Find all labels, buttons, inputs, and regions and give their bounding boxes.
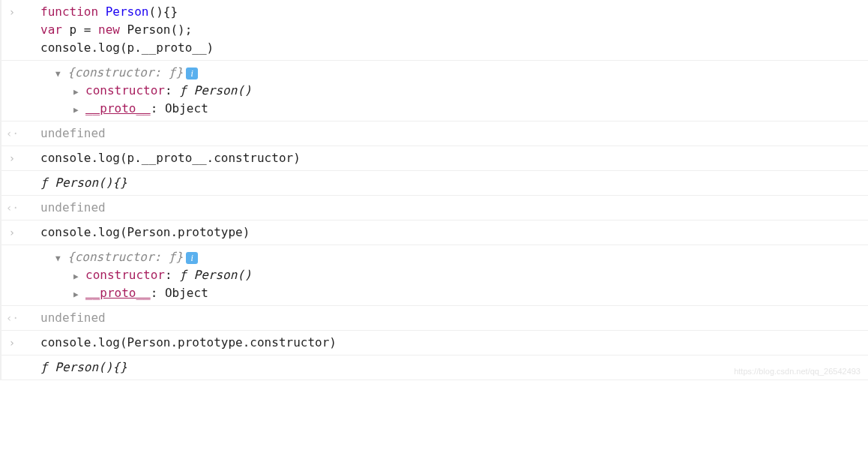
return-value: undefined bbox=[22, 199, 868, 217]
code-token: p = bbox=[62, 22, 98, 37]
code-line[interactable]: console.log(Person.prototype.constructor… bbox=[22, 334, 868, 352]
info-badge-icon[interactable]: i bbox=[186, 252, 198, 264]
info-badge-icon[interactable]: i bbox=[186, 68, 198, 80]
code-token: (){} bbox=[149, 4, 178, 19]
code-token: constructor bbox=[85, 268, 165, 282]
return-gutter-icon: ‹· bbox=[6, 200, 18, 216]
disclosure-open-icon[interactable]: ▼ bbox=[55, 253, 64, 266]
code-token: console.log(Person.prototype.constructor… bbox=[40, 335, 337, 350]
code-token: function bbox=[40, 4, 98, 19]
input-gutter-icon: › bbox=[6, 151, 18, 166]
watermark-text: https://blog.csdn.net/qq_26542493 bbox=[734, 365, 861, 378]
code-token: ƒ Person(){} bbox=[40, 176, 127, 190]
console-input-row: ›console.log(p.__proto__.constructor) bbox=[1, 146, 868, 171]
console-input-row: ›function Person(){}var p = new Person()… bbox=[1, 0, 868, 61]
console-return-row: ‹·undefined bbox=[1, 306, 868, 331]
disclosure-closed-icon[interactable]: ▶ bbox=[73, 271, 82, 284]
object-property[interactable]: ▶__proto__: Object bbox=[22, 100, 868, 118]
input-gutter-icon: › bbox=[6, 225, 18, 241]
code-token: var bbox=[40, 22, 62, 37]
console-return-row: ‹·undefined bbox=[1, 196, 868, 220]
code-token: ƒ Person(){} bbox=[40, 360, 127, 374]
code-line[interactable]: var p = new Person(); bbox=[22, 21, 868, 39]
disclosure-closed-icon[interactable]: ▶ bbox=[73, 289, 82, 302]
object-summary[interactable]: ▼{constructor: ƒ}i bbox=[22, 64, 868, 82]
code-line[interactable]: function Person(){} bbox=[22, 3, 868, 21]
code-token: : bbox=[165, 268, 179, 282]
return-value: undefined bbox=[22, 309, 868, 327]
disclosure-open-icon[interactable]: ▼ bbox=[55, 68, 64, 81]
console-output-row: ▼{constructor: ƒ}i▶constructor: ƒ Person… bbox=[1, 245, 868, 306]
object-summary[interactable]: ▼{constructor: ƒ}i bbox=[22, 248, 868, 266]
code-token: Person(); bbox=[120, 22, 192, 37]
code-token: ƒ Person() bbox=[179, 268, 251, 282]
code-token: console.log(p.__proto__) bbox=[40, 40, 214, 55]
code-token: : Object bbox=[151, 101, 208, 116]
code-token: console.log(p.__proto__.constructor) bbox=[40, 151, 301, 165]
console-output-row: ƒ Person(){} bbox=[1, 171, 868, 196]
code-token: __proto__ bbox=[85, 101, 151, 116]
console-input-row: ›console.log(Person.prototype) bbox=[1, 220, 868, 245]
code-token: Person bbox=[106, 4, 149, 19]
code-token: __proto__ bbox=[85, 286, 151, 300]
console-input-row: ›console.log(Person.prototype.constructo… bbox=[1, 331, 868, 356]
console-return-row: ‹·undefined bbox=[1, 122, 868, 146]
code-token: ƒ Person() bbox=[179, 83, 251, 98]
code-line[interactable]: console.log(Person.prototype) bbox=[22, 224, 868, 242]
code-token: : bbox=[165, 83, 179, 98]
output-value[interactable]: ƒ Person(){} bbox=[22, 174, 868, 192]
object-property[interactable]: ▶constructor: ƒ Person() bbox=[22, 266, 868, 284]
code-line[interactable]: console.log(p.__proto__.constructor) bbox=[22, 149, 868, 167]
code-token: : Object bbox=[151, 286, 208, 300]
disclosure-closed-icon[interactable]: ▶ bbox=[73, 104, 82, 117]
input-gutter-icon: › bbox=[6, 335, 18, 351]
console-panel: ›function Person(){}var p = new Person()… bbox=[0, 0, 868, 380]
disclosure-closed-icon[interactable]: ▶ bbox=[73, 86, 82, 99]
return-gutter-icon: ‹· bbox=[6, 310, 18, 326]
object-property[interactable]: ▶constructor: ƒ Person() bbox=[22, 82, 868, 100]
input-gutter-icon: › bbox=[6, 4, 18, 20]
code-line[interactable]: console.log(p.__proto__) bbox=[22, 39, 868, 57]
return-gutter-icon: ‹· bbox=[6, 126, 18, 142]
code-token: constructor bbox=[85, 83, 165, 98]
code-token: {constructor: ƒ} bbox=[67, 250, 183, 264]
code-token bbox=[98, 4, 106, 19]
code-token: new bbox=[98, 22, 120, 37]
console-output-row: ▼{constructor: ƒ}i▶constructor: ƒ Person… bbox=[1, 61, 868, 122]
return-value: undefined bbox=[22, 124, 868, 142]
code-token: console.log(Person.prototype) bbox=[40, 225, 250, 239]
code-token: {constructor: ƒ} bbox=[67, 65, 183, 80]
object-property[interactable]: ▶__proto__: Object bbox=[22, 284, 868, 302]
